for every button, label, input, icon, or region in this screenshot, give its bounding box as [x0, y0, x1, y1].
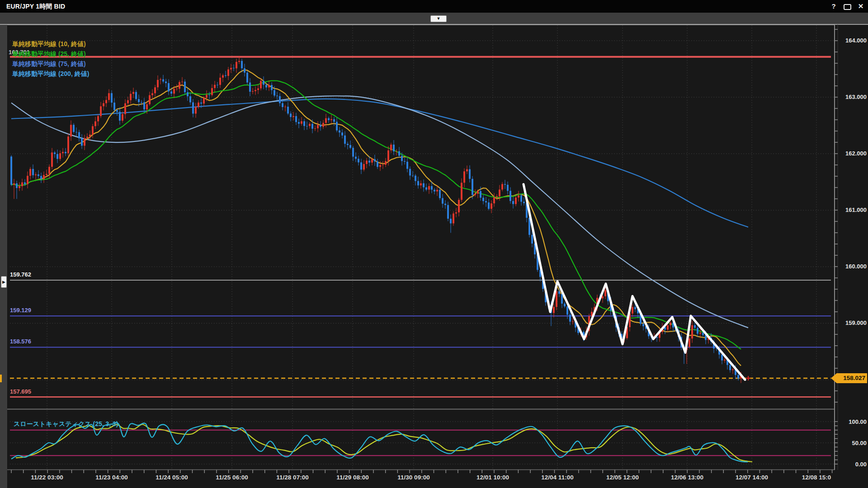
- x-axis-label: 11/23 04:00: [95, 474, 127, 481]
- price-level-label: 159.762: [10, 271, 31, 278]
- legend-item-sma200: 単純移動平均線 (200, 終値): [12, 69, 89, 79]
- y-axis-label: 163.000: [839, 94, 867, 100]
- legend-item-sma10: 単純移動平均線 (10, 終値): [12, 39, 89, 49]
- legend-item-sma25: 単純移動平均線 (25, 終値): [12, 49, 89, 59]
- stochastics-legend: スローストキャスティクス (25, 3, 3): [14, 420, 118, 428]
- current-price-tag: 158.027: [831, 373, 867, 383]
- price-level-label: 157.695: [10, 388, 31, 395]
- stoch-axis-label: 0.00: [839, 461, 867, 468]
- x-axis-label: 11/28 07:00: [276, 474, 308, 481]
- x-axis-label: 11/22 03:00: [31, 474, 63, 481]
- x-axis-label: 12/06 13:00: [671, 474, 703, 481]
- x-axis-label: 11/25 06:00: [216, 474, 248, 481]
- x-axis-label: 12/01 10:00: [476, 474, 509, 481]
- current-price-left-marker: [0, 375, 2, 382]
- price-level-label: 158.576: [10, 338, 31, 345]
- y-axis-label: 160.000: [839, 263, 867, 270]
- stoch-axis-label: 50.00: [839, 440, 867, 446]
- current-price-value: 158.027: [843, 375, 865, 381]
- x-axis-label: 11/29 08:00: [336, 474, 368, 481]
- x-axis-label: 12/08 15:0: [802, 474, 831, 481]
- y-axis-label: 164.000: [839, 37, 867, 44]
- x-axis-label: 12/04 11:00: [541, 474, 573, 481]
- x-axis-label: 12/05 12:00: [606, 474, 639, 481]
- y-axis-label: 159.000: [839, 319, 867, 326]
- chart-canvas[interactable]: [0, 0, 868, 488]
- x-axis-label: 11/24 05:00: [156, 474, 188, 481]
- price-level-label: 159.129: [10, 307, 31, 314]
- stoch-axis-label: 100.00: [839, 418, 867, 425]
- app-window: EUR/JPY 1時間 BID ? ✕ ▼ ▶ 単純移動平均線 (10, 終値)…: [0, 0, 868, 488]
- legend-item-sma75: 単純移動平均線 (75, 終値): [12, 59, 89, 69]
- y-axis-label: 161.000: [839, 206, 867, 213]
- indicator-legend: 単純移動平均線 (10, 終値) 単純移動平均線 (25, 終値) 単純移動平均…: [12, 39, 89, 79]
- x-axis-label: 11/30 09:00: [397, 474, 429, 481]
- x-axis-label: 12/07 14:00: [736, 474, 768, 481]
- y-axis-label: 162.000: [839, 150, 867, 157]
